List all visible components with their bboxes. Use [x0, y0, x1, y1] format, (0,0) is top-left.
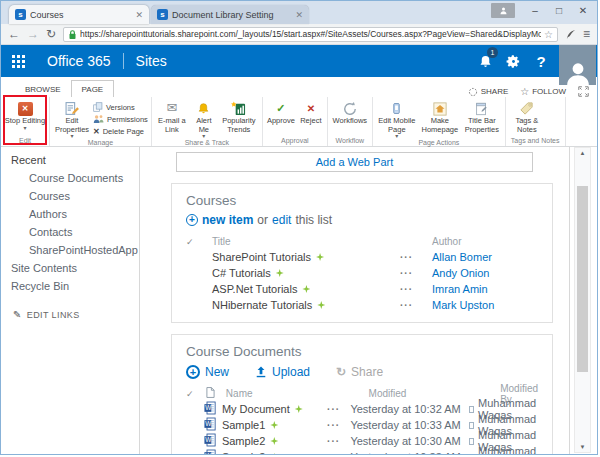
new-document-button[interactable]: New	[186, 365, 229, 379]
browser-tab-courses[interactable]: s Courses	[9, 5, 149, 24]
document-name[interactable]: My Document	[222, 403, 290, 415]
versions-button[interactable]: Versions	[93, 101, 148, 113]
address-bar[interactable]: https://sharepointtutorials.sharepoint.c…	[63, 27, 558, 42]
browser-profile-icon[interactable]	[491, 3, 515, 18]
tab-page[interactable]: PAGE	[71, 80, 115, 97]
edit-links-button[interactable]: EDIT LINKS	[1, 309, 139, 320]
app-launcher-icon[interactable]	[1, 45, 35, 77]
extension-icon[interactable]	[565, 29, 576, 40]
table-row[interactable]: ASP.Net Tutorials Imran Amin	[186, 281, 538, 297]
bookmark-star-icon[interactable]	[544, 29, 553, 40]
close-window-button[interactable]	[571, 3, 595, 18]
author-link[interactable]: Allan Bomer	[432, 251, 538, 263]
sharepoint-favicon: s	[157, 9, 168, 20]
back-icon[interactable]	[8, 28, 20, 40]
popularity-trends-button[interactable]: Popularity Trends	[219, 99, 259, 134]
group-label-approval: Approval	[266, 137, 324, 146]
nav-item-courses[interactable]: Courses	[1, 187, 139, 205]
approve-button[interactable]: Approve	[266, 99, 296, 126]
select-all-check-icon[interactable]	[186, 236, 212, 247]
browser-toolbar: https://sharepointtutorials.sharepoint.c…	[1, 24, 597, 45]
table-row[interactable]: W Sample3 Yesterday at 10:33 AM Muhammad…	[186, 449, 538, 454]
new-badge-icon	[270, 421, 278, 429]
close-tab-icon[interactable]	[135, 10, 143, 20]
table-row[interactable]: NHibernate Tutorials Mark Upston	[186, 297, 538, 313]
nav-item-site-contents[interactable]: Site Contents	[1, 259, 139, 277]
minimize-button[interactable]	[523, 3, 547, 18]
refresh-icon[interactable]	[46, 28, 56, 40]
add-web-part-button[interactable]: Add a Web Part	[176, 152, 533, 172]
pencil-icon	[13, 309, 22, 320]
notifications-bell-icon[interactable]: 1	[471, 45, 499, 77]
window-controls	[491, 2, 595, 18]
focus-on-content-icon[interactable]	[578, 86, 589, 97]
nav-item-contacts[interactable]: Contacts	[1, 223, 139, 241]
title-bar-properties-button[interactable]: Title Bar Properties	[462, 99, 502, 134]
edit-properties-label: Edit Properties	[53, 117, 91, 134]
scroll-up-arrow-icon[interactable]	[575, 150, 590, 156]
alert-bell-icon	[197, 102, 210, 115]
new-item-link[interactable]: new item	[202, 213, 253, 227]
edit-mobile-page-button[interactable]: Edit Mobile Page	[376, 99, 418, 139]
maximize-button[interactable]	[547, 3, 571, 18]
make-homepage-button[interactable]: Make Homepage	[420, 99, 460, 134]
ellipsis-menu-icon[interactable]	[400, 252, 432, 263]
permissions-icon	[93, 114, 104, 124]
scroll-down-arrow-icon[interactable]	[575, 444, 590, 450]
table-row[interactable]: C# Tutorials Andy Onion	[186, 265, 538, 281]
author-link[interactable]: Mark Upston	[432, 299, 538, 311]
ellipsis-menu-icon[interactable]	[327, 436, 350, 447]
edit-mobile-page-label: Edit Mobile Page	[376, 117, 418, 134]
nav-item-authors[interactable]: Authors	[1, 205, 139, 223]
column-author[interactable]: Author	[432, 236, 538, 247]
upload-button[interactable]: Upload	[255, 365, 310, 379]
document-name[interactable]: Sample1	[222, 419, 265, 431]
page-scrollbar[interactable]	[574, 147, 591, 453]
table-row[interactable]: SharePoint Tutorials Allan Bomer	[186, 249, 538, 265]
ellipsis-menu-icon[interactable]	[400, 284, 432, 295]
scrollbar-thumb[interactable]	[577, 186, 588, 372]
ellipsis-menu-icon[interactable]	[400, 300, 432, 311]
course-documents-web-part-title[interactable]: Course Documents	[186, 344, 538, 359]
courses-web-part-title[interactable]: Courses	[186, 193, 538, 208]
user-avatar[interactable]	[559, 45, 596, 85]
alert-me-button[interactable]: Alert Me	[191, 99, 217, 139]
author-link[interactable]: Andy Onion	[432, 267, 538, 279]
ellipsis-menu-icon[interactable]	[327, 420, 350, 431]
workflows-button[interactable]: Workflows	[331, 99, 369, 126]
nav-item-sharepointhostedapp[interactable]: SharePointHostedApp	[1, 241, 139, 259]
permissions-button[interactable]: Permissions	[93, 113, 148, 125]
sites-label[interactable]: Sites	[136, 53, 167, 69]
office-365-brand[interactable]: Office 365	[47, 53, 111, 69]
help-icon[interactable]: ?	[527, 45, 555, 77]
column-title[interactable]: Title	[212, 236, 400, 247]
modified-by-name[interactable]: Muhammad Waqas	[478, 445, 538, 454]
browser-tab-doclib-settings[interactable]: s Document Library Setting	[151, 5, 309, 24]
share-button[interactable]: Share	[336, 365, 383, 379]
settings-gear-icon[interactable]	[499, 45, 527, 77]
delete-page-button[interactable]: Delete Page	[93, 125, 148, 137]
edit-list-link[interactable]: edit	[272, 213, 291, 227]
word-file-icon: W	[204, 401, 222, 417]
document-name[interactable]: Sample2	[222, 435, 265, 447]
nav-item-course-documents[interactable]: Course Documents	[1, 169, 139, 187]
reject-button[interactable]: Reject	[298, 99, 324, 126]
ellipsis-menu-icon[interactable]	[327, 404, 350, 415]
file-type-column-icon[interactable]	[206, 387, 225, 400]
ellipsis-menu-icon[interactable]	[327, 452, 350, 455]
select-all-check-icon[interactable]	[186, 388, 206, 399]
ellipsis-menu-icon[interactable]	[400, 268, 432, 279]
share-action[interactable]: SHARE	[468, 87, 509, 97]
documents-table: Name Modified Modified By W My Document …	[186, 386, 538, 454]
email-link-button[interactable]: E-mail a Link	[155, 99, 189, 134]
forward-icon[interactable]	[27, 28, 39, 40]
follow-action[interactable]: FOLLOW	[520, 86, 566, 97]
edit-properties-button[interactable]: Edit Properties	[53, 99, 91, 139]
nav-item-recycle-bin[interactable]: Recycle Bin	[1, 277, 139, 295]
document-name[interactable]: Sample3	[222, 451, 265, 454]
browser-menu-icon[interactable]	[583, 28, 590, 40]
column-name[interactable]: Name	[226, 388, 343, 399]
tags-notes-button[interactable]: Tags & Notes	[509, 99, 545, 134]
close-tab-icon[interactable]	[295, 10, 303, 20]
author-link[interactable]: Imran Amin	[432, 283, 538, 295]
